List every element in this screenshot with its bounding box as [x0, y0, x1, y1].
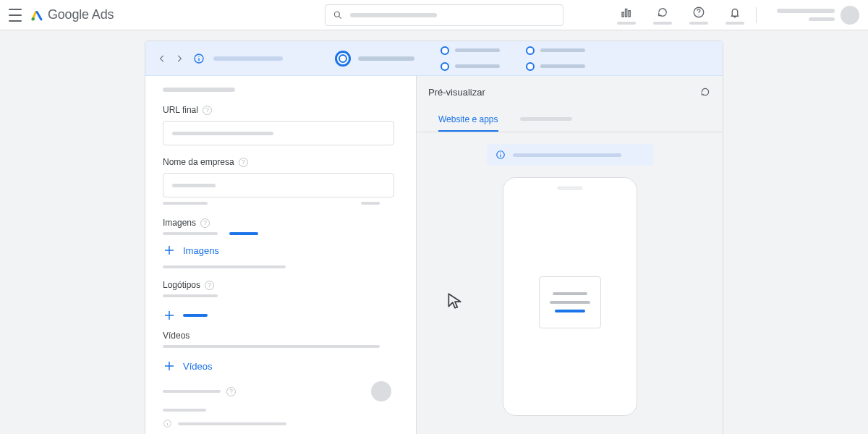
step-option[interactable]: [441, 46, 500, 55]
help-button[interactable]: [689, 6, 708, 25]
preview-info-banner: [487, 144, 653, 166]
svg-rect-5: [629, 10, 630, 16]
app-logo: GoogleAds: [30, 7, 114, 22]
phone-speaker: [558, 187, 582, 190]
svg-line-2: [339, 16, 341, 18]
device-preview-mobile: [503, 177, 637, 416]
reports-button[interactable]: [617, 6, 636, 25]
add-images-button[interactable]: Imagens: [163, 244, 399, 257]
link-placeholder[interactable]: [229, 232, 258, 235]
company-name-input[interactable]: [163, 173, 394, 197]
help-icon: [692, 6, 705, 19]
campaign-stepper: [145, 41, 723, 76]
plus-icon: [163, 244, 176, 257]
svg-point-7: [698, 14, 699, 15]
refresh-button[interactable]: [653, 6, 672, 25]
add-logos-button[interactable]: [163, 309, 399, 322]
step-current[interactable]: [335, 51, 414, 67]
videos-section-label: Vídeos: [163, 331, 399, 341]
fab-placeholder[interactable]: [371, 381, 391, 401]
step-option[interactable]: [441, 62, 500, 71]
svg-rect-4: [626, 9, 627, 17]
menu-icon[interactable]: [9, 9, 22, 22]
help-icon[interactable]: ?: [203, 106, 212, 115]
help-icon[interactable]: ?: [239, 158, 248, 167]
company-name-label: Nome da empresa ?: [163, 157, 399, 167]
final-url-label: URL final ?: [163, 105, 399, 115]
account-switcher[interactable]: [777, 6, 859, 25]
step-option[interactable]: [526, 62, 585, 71]
info-icon: [193, 53, 205, 64]
svg-point-0: [32, 17, 35, 21]
google-ads-logo-icon: [30, 9, 43, 22]
forward-button[interactable]: [174, 54, 184, 64]
svg-point-21: [500, 153, 501, 153]
preview-refresh-button[interactable]: [699, 86, 711, 98]
svg-rect-3: [622, 12, 624, 17]
help-icon[interactable]: ?: [226, 387, 236, 396]
help-icon[interactable]: ?: [205, 281, 214, 290]
radio-active-icon: [335, 51, 351, 67]
search-input[interactable]: [325, 4, 563, 26]
add-videos-button[interactable]: Vídeos: [163, 359, 399, 373]
section-heading-placeholder: [163, 88, 235, 92]
step-option[interactable]: [526, 46, 585, 55]
svg-point-10: [198, 56, 199, 56]
final-url-input[interactable]: [163, 121, 394, 145]
info-icon: [495, 150, 506, 160]
images-section-label: Imagens ?: [163, 218, 399, 228]
svg-point-1: [335, 12, 340, 17]
plus-icon: [163, 309, 176, 322]
logos-section-label: Logótipos ?: [163, 280, 399, 290]
notifications-button[interactable]: [726, 6, 744, 25]
preview-title: Pré-visualizar: [428, 87, 485, 98]
tab-website-apps[interactable]: Website e apps: [438, 108, 498, 132]
bar-chart-icon: [620, 6, 633, 19]
bell-icon: [728, 6, 741, 19]
tab-placeholder[interactable]: [520, 108, 572, 132]
ad-preview-card: [539, 276, 601, 328]
info-icon: [163, 419, 172, 428]
back-button[interactable]: [157, 54, 167, 64]
search-icon: [333, 10, 343, 20]
avatar[interactable]: [841, 6, 859, 25]
help-icon[interactable]: ?: [200, 218, 210, 228]
refresh-icon: [656, 6, 669, 19]
breadcrumb: [213, 56, 283, 61]
cursor-icon: [446, 292, 464, 312]
plus-icon: [163, 359, 176, 373]
